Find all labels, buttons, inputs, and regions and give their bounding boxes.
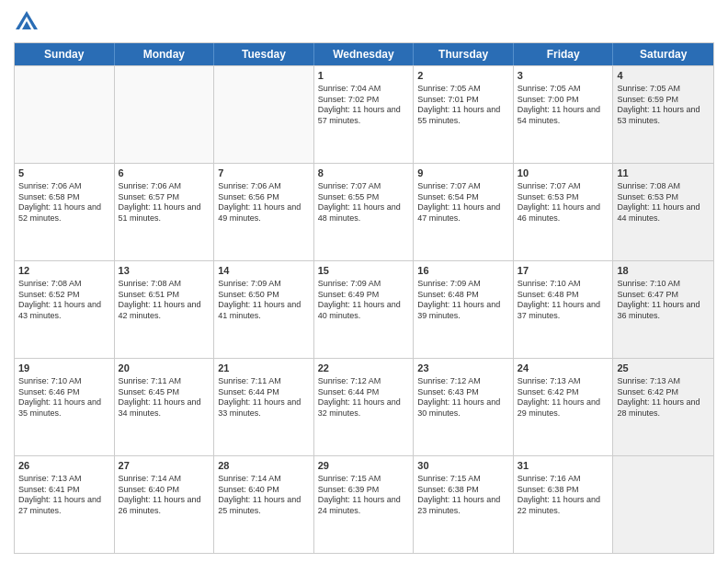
cell-info: Sunrise: 7:09 AMSunset: 6:48 PMDaylight:… xyxy=(417,279,509,322)
cal-cell: 20Sunrise: 7:11 AMSunset: 6:45 PMDayligh… xyxy=(115,359,215,455)
cell-info: Sunrise: 7:09 AMSunset: 6:50 PMDaylight:… xyxy=(218,279,310,322)
day-number: 1 xyxy=(318,69,410,83)
cell-info: Sunrise: 7:06 AMSunset: 6:58 PMDaylight:… xyxy=(18,181,110,224)
cell-info: Sunrise: 7:15 AMSunset: 6:38 PMDaylight:… xyxy=(417,474,509,517)
calendar-body: 1Sunrise: 7:04 AMSunset: 7:02 PMDaylight… xyxy=(15,65,713,553)
cell-info: Sunrise: 7:10 AMSunset: 6:46 PMDaylight:… xyxy=(18,376,110,419)
cell-info: Sunrise: 7:05 AMSunset: 7:00 PMDaylight:… xyxy=(518,84,609,127)
day-header-wednesday: Wednesday xyxy=(314,43,415,65)
cal-cell: 11Sunrise: 7:08 AMSunset: 6:53 PMDayligh… xyxy=(613,164,713,260)
cal-cell: 13Sunrise: 7:08 AMSunset: 6:51 PMDayligh… xyxy=(115,261,215,358)
cell-info: Sunrise: 7:14 AMSunset: 6:40 PMDaylight:… xyxy=(119,474,210,517)
cell-info: Sunrise: 7:13 AMSunset: 6:41 PMDaylight:… xyxy=(18,474,110,517)
cal-cell: 19Sunrise: 7:10 AMSunset: 6:46 PMDayligh… xyxy=(15,359,115,455)
week-row-4: 19Sunrise: 7:10 AMSunset: 6:46 PMDayligh… xyxy=(15,358,713,455)
cal-cell: 8Sunrise: 7:07 AMSunset: 6:55 PMDaylight… xyxy=(314,164,415,260)
day-number: 21 xyxy=(218,362,310,375)
day-header-tuesday: Tuesday xyxy=(214,43,314,65)
day-header-monday: Monday xyxy=(115,43,215,65)
cell-info: Sunrise: 7:06 AMSunset: 6:56 PMDaylight:… xyxy=(218,181,310,224)
page: SundayMondayTuesdayWednesdayThursdayFrid… xyxy=(0,0,728,563)
day-number: 29 xyxy=(318,459,410,473)
cell-info: Sunrise: 7:13 AMSunset: 6:42 PMDaylight:… xyxy=(617,376,710,419)
day-number: 19 xyxy=(18,362,110,375)
day-number: 18 xyxy=(617,264,710,278)
cal-cell: 25Sunrise: 7:13 AMSunset: 6:42 PMDayligh… xyxy=(613,359,713,455)
cell-info: Sunrise: 7:16 AMSunset: 6:38 PMDaylight:… xyxy=(518,474,609,517)
week-row-5: 26Sunrise: 7:13 AMSunset: 6:41 PMDayligh… xyxy=(15,455,713,553)
cal-cell: 22Sunrise: 7:12 AMSunset: 6:44 PMDayligh… xyxy=(314,359,415,455)
cal-cell: 3Sunrise: 7:05 AMSunset: 7:00 PMDaylight… xyxy=(514,66,614,163)
cell-info: Sunrise: 7:10 AMSunset: 6:48 PMDaylight:… xyxy=(518,279,609,322)
day-number: 7 xyxy=(218,167,310,180)
day-number: 5 xyxy=(18,167,110,180)
cell-info: Sunrise: 7:14 AMSunset: 6:40 PMDaylight:… xyxy=(218,474,310,517)
day-number: 12 xyxy=(18,264,110,278)
day-number: 25 xyxy=(617,362,710,375)
cal-cell: 27Sunrise: 7:14 AMSunset: 6:40 PMDayligh… xyxy=(115,456,215,553)
cal-cell: 5Sunrise: 7:06 AMSunset: 6:58 PMDaylight… xyxy=(15,164,115,260)
cal-cell: 17Sunrise: 7:10 AMSunset: 6:48 PMDayligh… xyxy=(514,261,614,358)
week-row-3: 12Sunrise: 7:08 AMSunset: 6:52 PMDayligh… xyxy=(15,260,713,358)
day-number: 11 xyxy=(617,167,710,180)
cell-info: Sunrise: 7:08 AMSunset: 6:52 PMDaylight:… xyxy=(18,279,110,322)
cal-cell: 18Sunrise: 7:10 AMSunset: 6:47 PMDayligh… xyxy=(613,261,713,358)
day-header-sunday: Sunday xyxy=(15,43,115,65)
day-header-thursday: Thursday xyxy=(414,43,514,65)
week-row-2: 5Sunrise: 7:06 AMSunset: 6:58 PMDaylight… xyxy=(15,163,713,260)
cal-cell xyxy=(115,66,215,163)
day-number: 3 xyxy=(518,69,609,83)
logo-icon xyxy=(14,9,40,35)
day-number: 15 xyxy=(318,264,410,278)
cell-info: Sunrise: 7:11 AMSunset: 6:45 PMDaylight:… xyxy=(119,376,210,419)
cell-info: Sunrise: 7:05 AMSunset: 7:01 PMDaylight:… xyxy=(417,84,509,127)
cal-cell: 30Sunrise: 7:15 AMSunset: 6:38 PMDayligh… xyxy=(414,456,514,553)
cal-cell: 9Sunrise: 7:07 AMSunset: 6:54 PMDaylight… xyxy=(414,164,514,260)
cal-cell: 21Sunrise: 7:11 AMSunset: 6:44 PMDayligh… xyxy=(214,359,314,455)
day-number: 27 xyxy=(119,459,210,473)
cell-info: Sunrise: 7:07 AMSunset: 6:53 PMDaylight:… xyxy=(518,181,609,224)
day-number: 23 xyxy=(417,362,509,375)
day-number: 17 xyxy=(518,264,609,278)
calendar: SundayMondayTuesdayWednesdayThursdayFrid… xyxy=(14,42,714,554)
cell-info: Sunrise: 7:12 AMSunset: 6:43 PMDaylight:… xyxy=(417,376,509,419)
day-number: 9 xyxy=(417,167,509,180)
cell-info: Sunrise: 7:08 AMSunset: 6:53 PMDaylight:… xyxy=(617,181,710,224)
cal-cell: 15Sunrise: 7:09 AMSunset: 6:49 PMDayligh… xyxy=(314,261,415,358)
day-number: 14 xyxy=(218,264,310,278)
cell-info: Sunrise: 7:09 AMSunset: 6:49 PMDaylight:… xyxy=(318,279,410,322)
day-number: 16 xyxy=(417,264,509,278)
day-number: 6 xyxy=(119,167,210,180)
cell-info: Sunrise: 7:12 AMSunset: 6:44 PMDaylight:… xyxy=(318,376,410,419)
cell-info: Sunrise: 7:07 AMSunset: 6:55 PMDaylight:… xyxy=(318,181,410,224)
cal-cell: 16Sunrise: 7:09 AMSunset: 6:48 PMDayligh… xyxy=(414,261,514,358)
cal-cell: 7Sunrise: 7:06 AMSunset: 6:56 PMDaylight… xyxy=(214,164,314,260)
day-number: 22 xyxy=(318,362,410,375)
day-number: 28 xyxy=(218,459,310,473)
cell-info: Sunrise: 7:06 AMSunset: 6:57 PMDaylight:… xyxy=(119,181,210,224)
cal-cell: 14Sunrise: 7:09 AMSunset: 6:50 PMDayligh… xyxy=(214,261,314,358)
cell-info: Sunrise: 7:13 AMSunset: 6:42 PMDaylight:… xyxy=(518,376,609,419)
cell-info: Sunrise: 7:11 AMSunset: 6:44 PMDaylight:… xyxy=(218,376,310,419)
cal-cell: 29Sunrise: 7:15 AMSunset: 6:39 PMDayligh… xyxy=(314,456,415,553)
day-header-friday: Friday xyxy=(514,43,614,65)
cal-cell: 12Sunrise: 7:08 AMSunset: 6:52 PMDayligh… xyxy=(15,261,115,358)
week-row-1: 1Sunrise: 7:04 AMSunset: 7:02 PMDaylight… xyxy=(15,65,713,163)
cal-cell xyxy=(15,66,115,163)
day-number: 20 xyxy=(119,362,210,375)
cal-cell: 23Sunrise: 7:12 AMSunset: 6:43 PMDayligh… xyxy=(414,359,514,455)
cell-info: Sunrise: 7:07 AMSunset: 6:54 PMDaylight:… xyxy=(417,181,509,224)
cal-cell: 26Sunrise: 7:13 AMSunset: 6:41 PMDayligh… xyxy=(15,456,115,553)
day-number: 8 xyxy=(318,167,410,180)
cal-cell xyxy=(613,456,713,553)
day-number: 2 xyxy=(417,69,509,83)
cal-cell: 2Sunrise: 7:05 AMSunset: 7:01 PMDaylight… xyxy=(414,66,514,163)
cell-info: Sunrise: 7:04 AMSunset: 7:02 PMDaylight:… xyxy=(318,84,410,127)
day-number: 26 xyxy=(18,459,110,473)
day-number: 13 xyxy=(119,264,210,278)
cell-info: Sunrise: 7:08 AMSunset: 6:51 PMDaylight:… xyxy=(119,279,210,322)
header xyxy=(14,9,714,35)
day-number: 10 xyxy=(518,167,609,180)
cal-cell: 4Sunrise: 7:05 AMSunset: 6:59 PMDaylight… xyxy=(613,66,713,163)
cell-info: Sunrise: 7:15 AMSunset: 6:39 PMDaylight:… xyxy=(318,474,410,517)
